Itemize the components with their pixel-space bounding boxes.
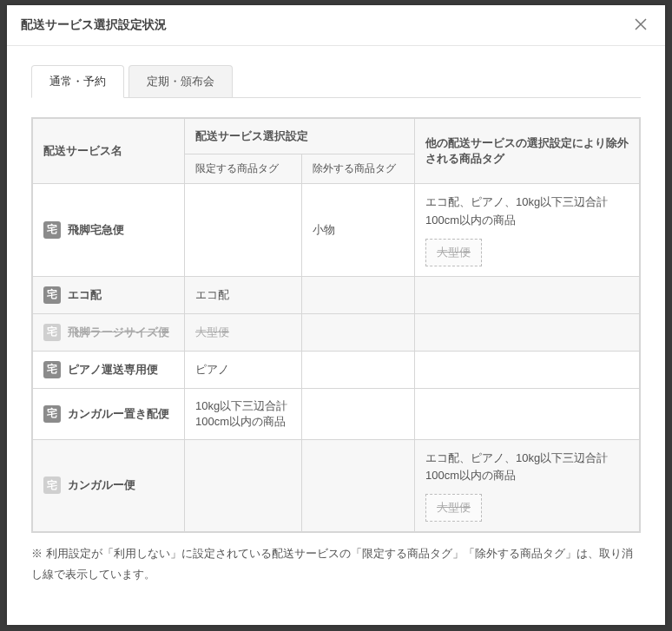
limit-cell: 大型便 [185, 313, 302, 351]
th-exclude: 除外する商品タグ [302, 154, 415, 184]
th-limit: 限定する商品タグ [185, 154, 302, 184]
modal-body: 通常・予約定期・頒布会 配送サービス名 配送サービス選択設定 他の配送サービスの… [7, 46, 665, 603]
th-selection: 配送サービス選択設定 [185, 119, 415, 154]
service-name: 飛脚宅急便 [68, 222, 124, 238]
close-button[interactable] [630, 15, 651, 36]
exclude-cell [302, 276, 415, 313]
delivery-icon: 宅 [43, 221, 61, 239]
service-name: カンガルー便 [68, 477, 135, 493]
exclude-cell [302, 351, 415, 388]
delivery-icon: 宅 [43, 477, 61, 494]
table-row: 宅カンガルー置き配便10kg以下三辺合計100cm以内の商品 [33, 388, 640, 439]
th-service: 配送サービス名 [33, 119, 185, 184]
others-text: エコ配、ピアノ、10kg以下三辺合計100cm以内の商品 [425, 194, 629, 230]
service-cell: 宅カンガルー便 [43, 477, 174, 494]
excluded-tag-pill: 大型便 [425, 494, 482, 522]
table-body: 宅飛脚宅急便小物エコ配、ピアノ、10kg以下三辺合計100cm以内の商品大型便宅… [33, 184, 640, 532]
limit-cell: 10kg以下三辺合計100cm以内の商品 [185, 388, 302, 439]
others-text: エコ配、ピアノ、10kg以下三辺合計100cm以内の商品 [425, 450, 629, 486]
limit-cell: エコ配 [185, 276, 302, 313]
footnote: ※ 利用設定が「利用しない」に設定されている配送サービスの「限定する商品タグ」「… [31, 543, 641, 584]
tab-1[interactable]: 定期・頒布会 [128, 65, 233, 97]
delivery-icon: 宅 [43, 286, 61, 304]
modal-header: 配送サービス選択設定状況 [7, 5, 665, 46]
exclude-cell [302, 439, 415, 532]
delivery-icon: 宅 [43, 324, 61, 341]
table-row: 宅ピアノ運送専用便ピアノ [33, 351, 640, 388]
delivery-icon: 宅 [43, 405, 61, 423]
service-name: カンガルー置き配便 [68, 406, 169, 422]
table-row: 宅飛脚ラージサイズ便大型便 [33, 313, 640, 351]
others-cell [415, 276, 640, 313]
excluded-tag-pill: 大型便 [425, 239, 482, 266]
service-cell: 宅飛脚ラージサイズ便 [43, 324, 174, 341]
others-cell [415, 351, 640, 388]
others-cell [415, 388, 640, 439]
tabs: 通常・予約定期・頒布会 [31, 65, 641, 98]
others-cell: エコ配、ピアノ、10kg以下三辺合計100cm以内の商品大型便 [415, 439, 640, 532]
close-icon [634, 16, 648, 36]
service-cell: 宅エコ配 [43, 286, 174, 304]
tab-0[interactable]: 通常・予約 [31, 65, 124, 98]
shipping-table: 配送サービス名 配送サービス選択設定 他の配送サービスの選択設定により除外される… [32, 118, 640, 532]
exclude-cell [302, 388, 415, 439]
table-row: 宅エコ配エコ配 [33, 276, 640, 313]
limit-cell [185, 439, 302, 532]
modal: 配送サービス選択設定状況 通常・予約定期・頒布会 配送サービス名 配送サービス選… [7, 5, 665, 625]
service-cell: 宅飛脚宅急便 [43, 221, 174, 239]
table-row: 宅飛脚宅急便小物エコ配、ピアノ、10kg以下三辺合計100cm以内の商品大型便 [33, 184, 640, 277]
others-cell [415, 313, 640, 351]
table-row: 宅カンガルー便エコ配、ピアノ、10kg以下三辺合計100cm以内の商品大型便 [33, 439, 640, 532]
limit-cell [185, 184, 302, 277]
delivery-icon: 宅 [43, 361, 61, 378]
service-name: エコ配 [68, 287, 102, 303]
service-cell: 宅カンガルー置き配便 [43, 405, 174, 423]
service-name: 飛脚ラージサイズ便 [68, 325, 169, 340]
others-cell: エコ配、ピアノ、10kg以下三辺合計100cm以内の商品大型便 [415, 184, 640, 277]
table-wrap: 配送サービス名 配送サービス選択設定 他の配送サービスの選択設定により除外される… [31, 117, 641, 533]
modal-title: 配送サービス選択設定状況 [21, 17, 167, 33]
th-others: 他の配送サービスの選択設定により除外される商品タグ [415, 119, 640, 184]
exclude-cell [302, 313, 415, 351]
exclude-cell: 小物 [302, 184, 415, 277]
service-cell: 宅ピアノ運送専用便 [43, 361, 174, 378]
limit-cell: ピアノ [185, 351, 302, 388]
service-name: ピアノ運送専用便 [68, 362, 158, 378]
